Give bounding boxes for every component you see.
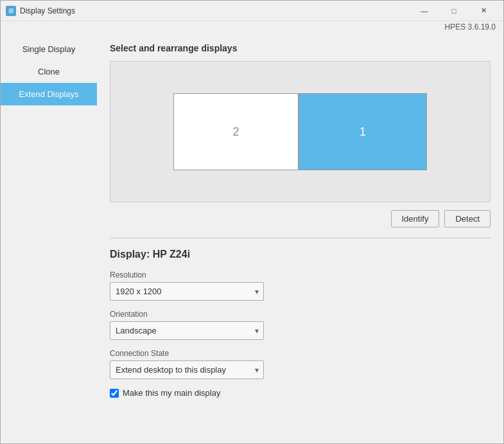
identify-button[interactable]: Identify <box>391 210 440 227</box>
display-box-2[interactable]: 2 <box>173 93 299 170</box>
connection-state-select-wrapper: Extend desktop to this display <box>110 360 264 379</box>
resolution-select-wrapper: 1920 x 1200 <box>110 282 264 301</box>
main-display-checkbox-row: Make this my main display <box>110 388 491 398</box>
main-display-checkbox-label[interactable]: Make this my main display <box>123 388 220 398</box>
content-area: Single Display Clone Extend Displays Sel… <box>1 33 503 443</box>
app-icon: ⊞ <box>6 6 16 16</box>
title-bar: ⊞ Display Settings — □ ✕ <box>1 1 503 21</box>
version-text: HPES 3.6.19.0 <box>445 22 496 31</box>
version-bar: HPES 3.6.19.0 <box>1 21 503 33</box>
window-controls: — □ ✕ <box>410 1 498 21</box>
canvas-buttons: Identify Detect <box>110 210 491 227</box>
maximize-button[interactable]: □ <box>439 1 469 21</box>
main-panel: Select and rearrange displays 2 1 Identi… <box>97 33 503 443</box>
window-title: Display Settings <box>20 6 410 15</box>
display-box-1[interactable]: 1 <box>299 93 427 170</box>
resolution-label: Resolution <box>110 271 491 280</box>
displays-container: 2 1 <box>173 93 427 170</box>
display-name: Display: HP Z24i <box>110 249 491 260</box>
orientation-label: Orientation <box>110 310 491 319</box>
sidebar-item-single-display[interactable]: Single Display <box>1 38 97 60</box>
window: ⊞ Display Settings — □ ✕ HPES 3.6.19.0 S… <box>0 0 504 444</box>
connection-state-group: Connection State Extend desktop to this … <box>110 349 491 379</box>
minimize-button[interactable]: — <box>410 1 439 21</box>
resolution-select[interactable]: 1920 x 1200 <box>110 282 264 301</box>
section-title: Select and rearrange displays <box>110 43 491 53</box>
orientation-select-wrapper: Landscape <box>110 321 264 340</box>
sidebar: Single Display Clone Extend Displays <box>1 33 97 443</box>
orientation-group: Orientation Landscape <box>110 310 491 340</box>
main-display-checkbox[interactable] <box>110 389 119 398</box>
sidebar-item-extend-displays[interactable]: Extend Displays <box>1 83 97 105</box>
display-canvas: 2 1 <box>110 61 491 202</box>
close-button[interactable]: ✕ <box>469 1 498 21</box>
connection-state-label: Connection State <box>110 349 491 358</box>
divider <box>110 238 491 238</box>
detect-button[interactable]: Detect <box>444 210 491 227</box>
orientation-select[interactable]: Landscape <box>110 321 264 340</box>
connection-state-select[interactable]: Extend desktop to this display <box>110 360 264 379</box>
sidebar-item-clone[interactable]: Clone <box>1 60 97 83</box>
resolution-group: Resolution 1920 x 1200 <box>110 271 491 301</box>
